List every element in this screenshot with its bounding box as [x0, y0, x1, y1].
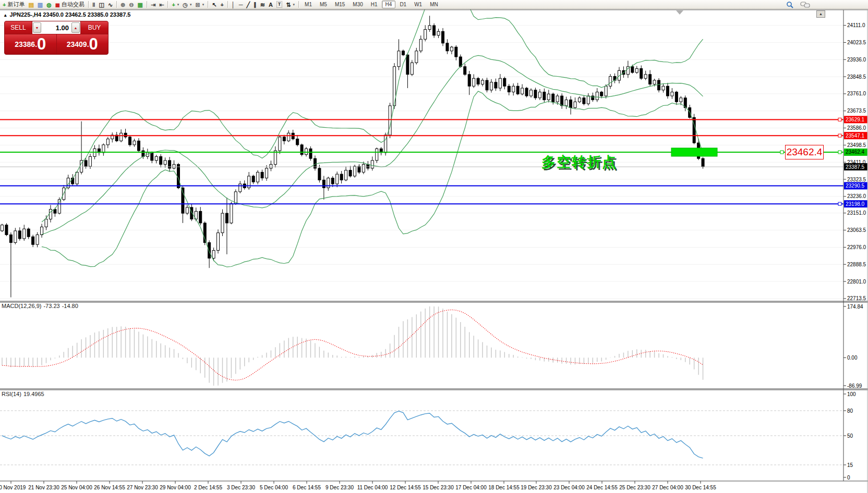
- svg-text:23498.5: 23498.5: [847, 142, 866, 148]
- new-order-button-label: 新订单: [7, 1, 25, 8]
- cursor-icon: ↖: [212, 1, 216, 8]
- bar-chart-icon: ‖: [92, 1, 95, 8]
- fibonacci-button[interactable]: ≋: [259, 1, 267, 9]
- volume-decrease-button[interactable]: ▼: [33, 22, 41, 33]
- svg-text:24 Dec 14:55: 24 Dec 14:55: [586, 485, 618, 490]
- new-order-button[interactable]: +新订单: [1, 1, 26, 9]
- volume-increase-button[interactable]: ▲: [71, 22, 80, 33]
- panel-borders: [0, 0, 868, 493]
- svg-text:17 Dec 04:00: 17 Dec 04:00: [455, 485, 487, 490]
- svg-text:174.84: 174.84: [847, 304, 863, 310]
- line-chart-icon: ∿: [108, 1, 113, 8]
- svg-text:2 Dec 14:55: 2 Dec 14:55: [194, 485, 222, 490]
- community-icon[interactable]: ▥: [36, 1, 44, 9]
- chart-shift-button[interactable]: ⇤: [158, 1, 165, 9]
- cursor-button[interactable]: ↖: [210, 1, 218, 9]
- svg-text:-86.99: -86.99: [847, 383, 862, 389]
- svg-text:80: 80: [847, 408, 853, 414]
- hlines: [0, 119, 843, 204]
- buy-button[interactable]: 23409.0: [57, 34, 108, 54]
- svg-text:30 Dec 14:55: 30 Dec 14:55: [685, 485, 716, 490]
- tile-windows-button[interactable]: ▦: [136, 1, 144, 9]
- date-axis: 20 Nov 201921 Nov 23:3025 Nov 04:0026 No…: [0, 481, 716, 490]
- timeframe-mn-button[interactable]: MN: [426, 1, 442, 8]
- chevron-down-icon: ▾: [190, 3, 192, 7]
- svg-text:22801.0: 22801.0: [847, 279, 866, 285]
- indicators-button[interactable]: +▾: [170, 1, 180, 9]
- annotation-text: 多空转折点: [541, 153, 617, 171]
- svg-text:23063.5: 23063.5: [847, 227, 866, 233]
- highlight-rect[interactable]: [671, 148, 717, 156]
- svg-text:15 Dec 23:30: 15 Dec 23:30: [423, 485, 454, 490]
- sell-button[interactable]: 23386.0: [5, 34, 56, 54]
- auto-scroll-button[interactable]: ⇥: [149, 1, 157, 9]
- svg-text:23290.5: 23290.5: [846, 183, 865, 189]
- autotrade-button[interactable]: ◼自动交易: [54, 1, 86, 9]
- svg-text:18 Dec 14:55: 18 Dec 14:55: [488, 485, 520, 490]
- timeframe-h4-button[interactable]: H4: [382, 1, 396, 8]
- timeframe-w1-button[interactable]: W1: [411, 1, 426, 8]
- rsi-axis: 1008050150: [843, 391, 856, 480]
- hline-button[interactable]: ─: [237, 1, 245, 9]
- svg-text:20 Nov 2019: 20 Nov 2019: [0, 485, 26, 490]
- svg-text:6 Dec 14:55: 6 Dec 14:55: [293, 485, 321, 490]
- trendline-button[interactable]: ╱: [245, 1, 252, 9]
- chart-title: ▴ JPN225-,H4 23450.0 23462.5 23385.0 233…: [4, 11, 130, 18]
- volume-input[interactable]: 1.00: [42, 24, 71, 32]
- chart-window-icon[interactable]: ▤: [27, 1, 35, 9]
- one-click-trading-panel: SELL ▼ 1.00 ▲ BUY 23386.0 23409.0: [4, 21, 108, 55]
- candle-chart-button[interactable]: ◫: [97, 1, 105, 9]
- svg-text:23236.0: 23236.0: [847, 193, 866, 199]
- panel-collapse-icon[interactable]: ▴: [4, 13, 7, 18]
- svg-text:19 Dec 23:30: 19 Dec 23:30: [521, 485, 552, 490]
- chart-shift-marker[interactable]: [676, 10, 683, 15]
- scroll-up-button[interactable]: ▲: [816, 10, 825, 18]
- zoom-out-button[interactable]: ⊖: [127, 1, 135, 9]
- chevron-down-icon: ▾: [202, 3, 204, 7]
- periods-button[interactable]: ◷▾: [181, 1, 193, 9]
- signals-icon[interactable]: ◍: [45, 1, 53, 9]
- timeframe-d1-button[interactable]: D1: [396, 1, 410, 8]
- chat-icon[interactable]: [800, 1, 811, 8]
- toolbar-separator: [208, 1, 208, 8]
- timeframe-m15-button[interactable]: M15: [331, 1, 348, 8]
- toolbar-separator: [167, 1, 168, 8]
- fibonacci-icon: ≋: [260, 1, 265, 8]
- line-chart-button[interactable]: ∿: [106, 1, 114, 9]
- svg-text:23761.0: 23761.0: [847, 91, 866, 96]
- text-icon: A: [269, 1, 273, 8]
- timeframe-h1-button[interactable]: H1: [367, 1, 381, 8]
- chart-window-icon-icon: ▤: [28, 1, 33, 8]
- text-button[interactable]: A: [267, 1, 274, 9]
- timeframe-m1-button[interactable]: M1: [301, 1, 316, 8]
- arrows-button[interactable]: ⇅▾: [284, 1, 296, 9]
- toolbar-separator: [227, 1, 228, 8]
- chart-shift-icon: ⇤: [159, 1, 164, 8]
- channel-icon: ∥: [254, 1, 257, 8]
- vline-button[interactable]: │: [230, 1, 237, 9]
- zoom-in-button[interactable]: ⊕: [119, 1, 127, 9]
- timeframe-m30-button[interactable]: M30: [349, 1, 366, 8]
- svg-text:24023.5: 24023.5: [847, 40, 866, 45]
- sell-header[interactable]: SELL: [5, 21, 32, 34]
- signals-icon-icon: ◍: [46, 1, 52, 8]
- svg-text:27 Nov 23:30: 27 Nov 23:30: [127, 485, 158, 490]
- search-icon[interactable]: [786, 1, 794, 8]
- channel-button[interactable]: ∥: [252, 1, 258, 9]
- bar-chart-button[interactable]: ‖: [91, 1, 97, 9]
- buy-header[interactable]: BUY: [81, 21, 108, 34]
- rsi-panel: [0, 411, 843, 465]
- macd-panel: [2, 306, 703, 386]
- timeframe-m5-button[interactable]: M5: [316, 1, 331, 8]
- svg-text:23586.0: 23586.0: [847, 125, 866, 131]
- svg-text:0: 0: [847, 475, 850, 480]
- svg-text:23323.5: 23323.5: [847, 177, 866, 182]
- templates-icon: ⊠: [195, 1, 200, 8]
- svg-text:3 Dec 23:30: 3 Dec 23:30: [227, 485, 255, 490]
- price-level-label[interactable]: 23462.4: [785, 145, 824, 159]
- crosshair-button[interactable]: +: [219, 1, 225, 9]
- toolbar: +新订单▤▥◍◼自动交易‖◫∿⊕⊖▦⇥⇤+▾◷▾⊠▾↖+│─╱∥≋AT⇅▾M1M…: [0, 0, 868, 9]
- svg-text:26 Nov 14:55: 26 Nov 14:55: [94, 485, 125, 490]
- templates-button[interactable]: ⊠▾: [194, 1, 206, 9]
- label-button[interactable]: T: [275, 1, 284, 9]
